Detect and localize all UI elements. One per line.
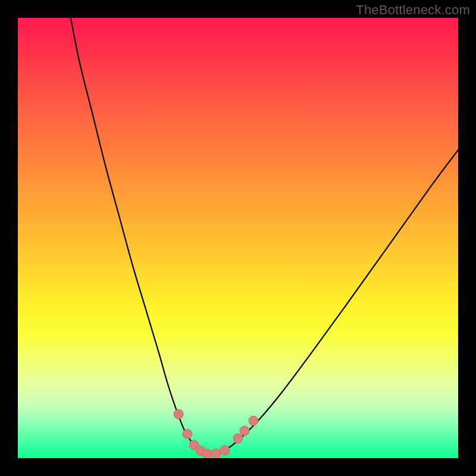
curve-marker (249, 416, 258, 425)
curve-marker (202, 449, 212, 458)
plot-area (18, 18, 458, 458)
curve-markers (174, 409, 258, 458)
curve-marker (233, 434, 243, 443)
chart-frame: TheBottleneck.com (0, 0, 476, 476)
curve-layer (18, 18, 458, 458)
curve-marker (220, 446, 230, 455)
curve-marker (240, 426, 249, 436)
curve-marker (183, 429, 192, 439)
bottleneck-curve (71, 18, 458, 454)
curve-marker (211, 449, 221, 458)
curve-marker (174, 409, 183, 419)
watermark-text: TheBottleneck.com (356, 2, 470, 18)
